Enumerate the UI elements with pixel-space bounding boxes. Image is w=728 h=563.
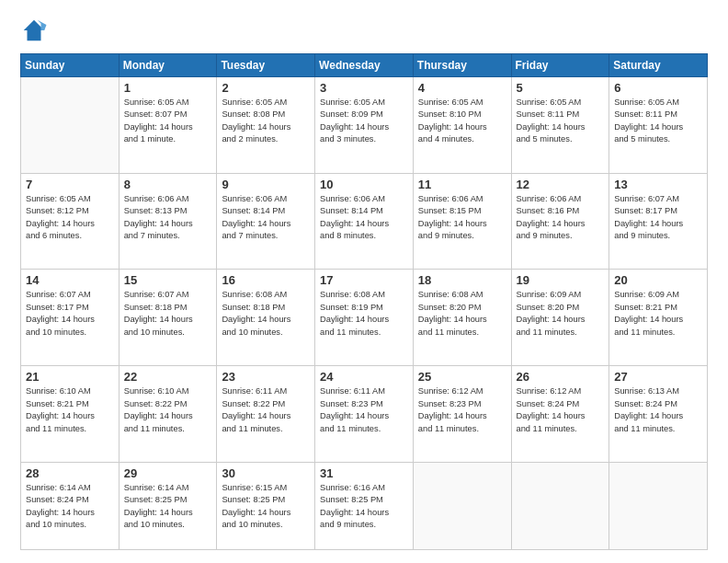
- day-info: Sunrise: 6:15 AMSunset: 8:25 PMDaylight:…: [222, 482, 310, 532]
- day-info: Sunrise: 6:07 AMSunset: 8:17 PMDaylight:…: [614, 193, 702, 243]
- day-info: Sunrise: 6:14 AMSunset: 8:24 PMDaylight:…: [26, 482, 114, 532]
- day-number: 27: [614, 370, 702, 384]
- weekday-header-sunday: Sunday: [21, 54, 119, 77]
- day-number: 19: [517, 273, 605, 287]
- day-number: 7: [26, 178, 114, 191]
- day-number: 2: [222, 81, 310, 95]
- calendar-cell: 6Sunrise: 6:05 AMSunset: 8:11 PMDaylight…: [609, 77, 708, 174]
- calendar-cell: [21, 77, 119, 174]
- calendar-cell: 26Sunrise: 6:12 AMSunset: 8:24 PMDayligh…: [511, 366, 609, 463]
- calendar-table: SundayMondayTuesdayWednesdayThursdayFrid…: [20, 53, 708, 550]
- day-info: Sunrise: 6:11 AMSunset: 8:23 PMDaylight:…: [320, 385, 408, 435]
- day-number: 10: [320, 178, 408, 191]
- day-info: Sunrise: 6:05 AMSunset: 8:09 PMDaylight:…: [320, 97, 408, 146]
- day-number: 12: [517, 178, 605, 191]
- day-number: 17: [320, 273, 408, 287]
- day-info: Sunrise: 6:07 AMSunset: 8:18 PMDaylight:…: [124, 289, 212, 339]
- page: SundayMondayTuesdayWednesdayThursdayFrid…: [0, 0, 728, 563]
- week-row-1: 1Sunrise: 6:05 AMSunset: 8:07 PMDaylight…: [21, 77, 708, 174]
- day-number: 15: [124, 273, 212, 287]
- day-info: Sunrise: 6:05 AMSunset: 8:12 PMDaylight:…: [26, 193, 114, 243]
- day-number: 11: [418, 178, 506, 191]
- day-number: 13: [614, 178, 702, 191]
- day-info: Sunrise: 6:11 AMSunset: 8:22 PMDaylight:…: [222, 385, 310, 435]
- day-number: 21: [26, 370, 114, 384]
- calendar-cell: 8Sunrise: 6:06 AMSunset: 8:13 PMDaylight…: [119, 173, 217, 270]
- week-row-4: 21Sunrise: 6:10 AMSunset: 8:21 PMDayligh…: [21, 366, 708, 463]
- day-number: 22: [124, 370, 212, 384]
- day-info: Sunrise: 6:14 AMSunset: 8:25 PMDaylight:…: [124, 482, 212, 532]
- day-number: 29: [124, 466, 212, 480]
- day-info: Sunrise: 6:06 AMSunset: 8:14 PMDaylight:…: [320, 193, 408, 243]
- logo: [20, 17, 51, 44]
- day-info: Sunrise: 6:06 AMSunset: 8:14 PMDaylight:…: [222, 193, 310, 243]
- day-info: Sunrise: 6:08 AMSunset: 8:20 PMDaylight:…: [418, 289, 506, 339]
- calendar-cell: 20Sunrise: 6:09 AMSunset: 8:21 PMDayligh…: [609, 270, 708, 366]
- calendar-cell: 5Sunrise: 6:05 AMSunset: 8:11 PMDaylight…: [511, 77, 609, 174]
- calendar-cell: [609, 462, 708, 549]
- day-number: 3: [320, 81, 408, 95]
- calendar-cell: [413, 462, 511, 549]
- day-info: Sunrise: 6:09 AMSunset: 8:20 PMDaylight:…: [517, 289, 605, 339]
- logo-icon: [20, 17, 48, 44]
- day-info: Sunrise: 6:05 AMSunset: 8:11 PMDaylight:…: [517, 97, 605, 146]
- calendar-cell: 11Sunrise: 6:06 AMSunset: 8:15 PMDayligh…: [413, 173, 511, 270]
- day-info: Sunrise: 6:09 AMSunset: 8:21 PMDaylight:…: [614, 289, 702, 339]
- day-number: 20: [614, 273, 702, 287]
- calendar-cell: 14Sunrise: 6:07 AMSunset: 8:17 PMDayligh…: [21, 270, 119, 366]
- day-number: 5: [517, 81, 605, 95]
- weekday-header-thursday: Thursday: [413, 54, 511, 77]
- day-number: 26: [517, 370, 605, 384]
- day-number: 31: [320, 466, 408, 480]
- weekday-header-saturday: Saturday: [609, 54, 708, 77]
- day-info: Sunrise: 6:12 AMSunset: 8:24 PMDaylight:…: [517, 385, 605, 435]
- day-info: Sunrise: 6:06 AMSunset: 8:13 PMDaylight:…: [124, 193, 212, 243]
- day-number: 4: [418, 81, 506, 95]
- weekday-header-monday: Monday: [119, 54, 217, 77]
- day-number: 8: [124, 178, 212, 191]
- calendar-cell: 27Sunrise: 6:13 AMSunset: 8:24 PMDayligh…: [609, 366, 708, 463]
- weekday-header-row: SundayMondayTuesdayWednesdayThursdayFrid…: [21, 54, 708, 77]
- weekday-header-wednesday: Wednesday: [315, 54, 414, 77]
- day-info: Sunrise: 6:06 AMSunset: 8:16 PMDaylight:…: [517, 193, 605, 243]
- calendar-cell: [511, 462, 609, 549]
- day-number: 23: [222, 370, 310, 384]
- day-number: 1: [124, 81, 212, 95]
- weekday-header-tuesday: Tuesday: [217, 54, 315, 77]
- calendar-cell: 28Sunrise: 6:14 AMSunset: 8:24 PMDayligh…: [21, 462, 119, 549]
- calendar-cell: 30Sunrise: 6:15 AMSunset: 8:25 PMDayligh…: [217, 462, 315, 549]
- day-info: Sunrise: 6:13 AMSunset: 8:24 PMDaylight:…: [614, 385, 702, 435]
- calendar-cell: 23Sunrise: 6:11 AMSunset: 8:22 PMDayligh…: [217, 366, 315, 463]
- day-number: 24: [320, 370, 408, 384]
- day-info: Sunrise: 6:05 AMSunset: 8:08 PMDaylight:…: [222, 97, 310, 146]
- day-number: 9: [222, 178, 310, 191]
- calendar-cell: 21Sunrise: 6:10 AMSunset: 8:21 PMDayligh…: [21, 366, 119, 463]
- calendar-cell: 1Sunrise: 6:05 AMSunset: 8:07 PMDaylight…: [119, 77, 217, 174]
- day-info: Sunrise: 6:05 AMSunset: 8:10 PMDaylight:…: [418, 97, 506, 146]
- day-info: Sunrise: 6:05 AMSunset: 8:07 PMDaylight:…: [124, 97, 212, 146]
- calendar-cell: 22Sunrise: 6:10 AMSunset: 8:22 PMDayligh…: [119, 366, 217, 463]
- calendar-cell: 16Sunrise: 6:08 AMSunset: 8:18 PMDayligh…: [217, 270, 315, 366]
- week-row-2: 7Sunrise: 6:05 AMSunset: 8:12 PMDaylight…: [21, 173, 708, 270]
- day-info: Sunrise: 6:07 AMSunset: 8:17 PMDaylight:…: [26, 289, 114, 339]
- calendar-cell: 13Sunrise: 6:07 AMSunset: 8:17 PMDayligh…: [609, 173, 708, 270]
- calendar-cell: 7Sunrise: 6:05 AMSunset: 8:12 PMDaylight…: [21, 173, 119, 270]
- day-number: 6: [614, 81, 702, 95]
- week-row-5: 28Sunrise: 6:14 AMSunset: 8:24 PMDayligh…: [21, 462, 708, 549]
- calendar-cell: 9Sunrise: 6:06 AMSunset: 8:14 PMDaylight…: [217, 173, 315, 270]
- calendar-cell: 4Sunrise: 6:05 AMSunset: 8:10 PMDaylight…: [413, 77, 511, 174]
- calendar-cell: 29Sunrise: 6:14 AMSunset: 8:25 PMDayligh…: [119, 462, 217, 549]
- day-number: 28: [26, 466, 114, 480]
- calendar-cell: 10Sunrise: 6:06 AMSunset: 8:14 PMDayligh…: [315, 173, 414, 270]
- day-info: Sunrise: 6:12 AMSunset: 8:23 PMDaylight:…: [418, 385, 506, 435]
- calendar-cell: 31Sunrise: 6:16 AMSunset: 8:25 PMDayligh…: [315, 462, 414, 549]
- day-info: Sunrise: 6:08 AMSunset: 8:18 PMDaylight:…: [222, 289, 310, 339]
- calendar-cell: 2Sunrise: 6:05 AMSunset: 8:08 PMDaylight…: [217, 77, 315, 174]
- day-info: Sunrise: 6:10 AMSunset: 8:22 PMDaylight:…: [124, 385, 212, 435]
- day-number: 16: [222, 273, 310, 287]
- calendar-cell: 17Sunrise: 6:08 AMSunset: 8:19 PMDayligh…: [315, 270, 414, 366]
- day-number: 14: [26, 273, 114, 287]
- calendar-cell: 19Sunrise: 6:09 AMSunset: 8:20 PMDayligh…: [511, 270, 609, 366]
- calendar-cell: 25Sunrise: 6:12 AMSunset: 8:23 PMDayligh…: [413, 366, 511, 463]
- calendar-cell: 24Sunrise: 6:11 AMSunset: 8:23 PMDayligh…: [315, 366, 414, 463]
